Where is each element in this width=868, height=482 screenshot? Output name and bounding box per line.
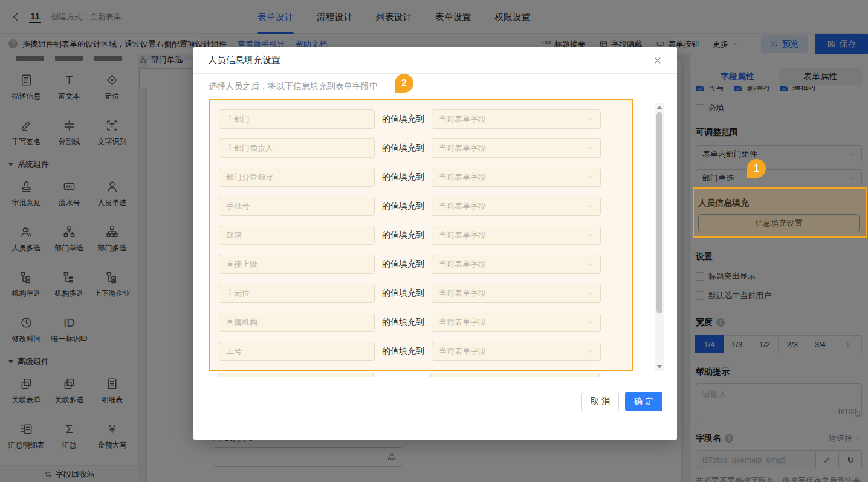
target-field-select[interactable]: 当前表单字段 [432, 342, 601, 361]
scroll-up-icon[interactable] [657, 106, 662, 109]
chevron-down-icon [586, 348, 594, 355]
select-placeholder: 当前表单字段 [439, 230, 486, 241]
guide-step-badge-2: 2 [395, 74, 413, 93]
source-field-input: 工号 [219, 342, 375, 361]
dialog-subtitle: 选择人员之后，将以下信息填充到表单字段中 [209, 81, 662, 92]
confirm-button[interactable]: 确 定 [625, 392, 662, 411]
dialog-header: 人员信息填充设置 [193, 47, 677, 74]
dialog-scrollbar[interactable] [655, 103, 664, 371]
chevron-down-icon [586, 116, 594, 123]
fill-mapping-row: 手机号 的值填充到 当前表单字段 [219, 197, 632, 216]
mapping-label: 的值填充到 [382, 172, 424, 183]
fill-mapping-row: 部门分管领导 的值填充到 当前表单字段 [219, 168, 632, 187]
chevron-down-icon [586, 174, 594, 181]
select-placeholder: 当前表单字段 [439, 288, 486, 299]
scroll-down-icon[interactable] [657, 365, 662, 368]
target-field-select[interactable]: 当前表单字段 [432, 168, 601, 187]
guide-step-badge-1: 1 [747, 159, 766, 178]
scrollbar-thumb[interactable] [656, 112, 662, 313]
target-field-select[interactable]: 当前表单字段 [432, 197, 601, 216]
mapping-label: 的值填充到 [382, 259, 424, 270]
target-field-select[interactable]: 当前表单字段 [432, 284, 601, 303]
dialog-title: 人员信息填充设置 [208, 54, 653, 66]
select-placeholder: 当前表单字段 [439, 143, 486, 154]
source-field-input: 直属机构 [219, 313, 375, 332]
dialog-footer: 取 消 确 定 [193, 392, 662, 411]
fill-mapping-row: 工号 的值填充到 当前表单字段 [219, 342, 632, 361]
select-placeholder: 当前表单字段 [439, 346, 486, 357]
target-field-select[interactable]: 当前表单字段 [432, 226, 601, 245]
source-field-input: 手机号 [219, 197, 375, 216]
close-icon[interactable] [653, 56, 662, 65]
chevron-down-icon [586, 203, 594, 210]
target-field-select[interactable]: 当前表单字段 [432, 138, 601, 158]
select-placeholder: 当前表单字段 [439, 259, 486, 270]
source-field-input: 主岗位 [219, 284, 375, 303]
fill-mapping-row: 直属机构 的值填充到 当前表单字段 [219, 313, 632, 332]
target-field-select[interactable]: 当前表单字段 [432, 109, 601, 129]
fill-mapping-row: 主部门负责人 的值填充到 当前表单字段 [219, 138, 632, 158]
source-field-input: 主部门负责人 [219, 138, 375, 158]
mapping-label: 的值填充到 [382, 230, 424, 241]
select-placeholder: 当前表单字段 [439, 201, 486, 212]
clipped-next-row [209, 373, 633, 377]
target-field-select[interactable]: 当前表单字段 [432, 313, 601, 332]
chevron-down-icon [586, 232, 594, 239]
mapping-label: 的值填充到 [382, 143, 424, 154]
source-field-input: 直接上级 [219, 255, 375, 274]
target-field-select[interactable]: 当前表单字段 [432, 255, 601, 274]
fill-mapping-row: 邮箱 的值填充到 当前表单字段 [219, 226, 632, 245]
fill-mapping-row: 主岗位 的值填充到 当前表单字段 [219, 284, 632, 303]
fill-mapping-row: 直接上级 的值填充到 当前表单字段 [219, 255, 632, 274]
source-field-input: 主部门 [219, 109, 375, 129]
mapping-label: 的值填充到 [382, 346, 424, 357]
chevron-down-icon [586, 290, 594, 297]
mapping-label: 的值填充到 [382, 317, 424, 328]
mapping-label: 的值填充到 [382, 288, 424, 299]
chevron-down-icon [586, 261, 594, 268]
fill-mapping-list: 主部门 的值填充到 当前表单字段 主部门负责人 的值填充到 当前表单字段 部门分… [209, 99, 633, 371]
person-info-fill-dialog: 人员信息填充设置 选择人员之后，将以下信息填充到表单字段中 主部门 的值填充到 … [193, 47, 677, 440]
fill-mapping-row: 主部门 的值填充到 当前表单字段 [219, 109, 632, 129]
mapping-label: 的值填充到 [382, 114, 424, 125]
mapping-label: 的值填充到 [382, 201, 424, 212]
select-placeholder: 当前表单字段 [439, 114, 486, 125]
source-field-input: 部门分管领导 [219, 168, 375, 187]
chevron-down-icon [586, 145, 594, 152]
select-placeholder: 当前表单字段 [439, 172, 486, 183]
cancel-button[interactable]: 取 消 [581, 392, 619, 411]
select-placeholder: 当前表单字段 [439, 317, 486, 328]
source-field-input: 邮箱 [219, 226, 375, 245]
chevron-down-icon [586, 319, 594, 326]
